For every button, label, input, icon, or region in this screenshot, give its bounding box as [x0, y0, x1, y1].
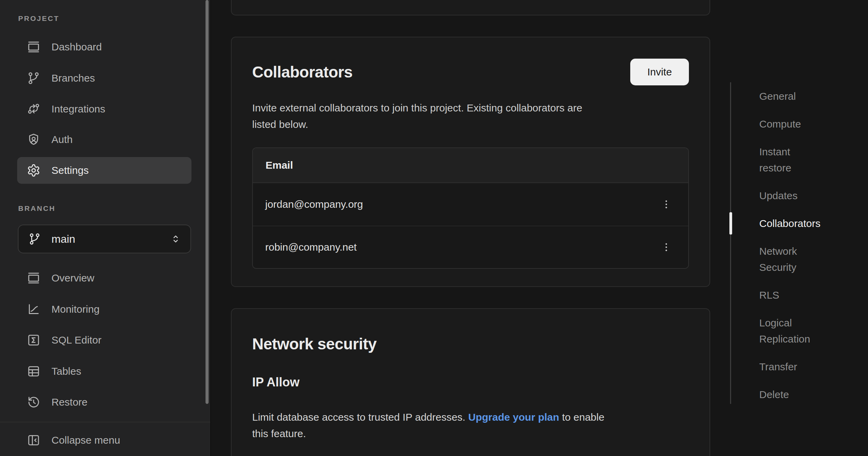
collapse-menu-button[interactable]: Collapse menu [17, 427, 191, 454]
settings-section-nav: General Compute Instant restore Updates … [730, 82, 857, 404]
sidebar-item-label: SQL Editor [51, 334, 102, 346]
branch-selector[interactable]: main [18, 225, 191, 253]
sidebar-item-restore[interactable]: Restore [17, 389, 191, 416]
collapse-panel-icon [27, 433, 40, 447]
collaborators-header: Collaborators Invite [252, 59, 689, 85]
kebab-menu-icon [661, 242, 672, 253]
settings-nav-compute[interactable]: Compute [759, 116, 857, 132]
sidebar-item-auth[interactable]: Auth [17, 126, 191, 153]
sidebar-item-overview[interactable]: Overview [17, 265, 191, 291]
network-security-title: Network security [252, 334, 689, 354]
sidebar-item-label: Tables [51, 365, 81, 377]
table-header-email: Email [253, 148, 688, 183]
sidebar-item-label: Branches [51, 72, 95, 84]
collaborators-card: Collaborators Invite Invite external col… [231, 37, 710, 287]
tables-icon [27, 364, 40, 378]
git-branch-icon [28, 232, 41, 245]
sidebar-item-tables[interactable]: Tables [17, 358, 191, 385]
branch-selector-value: main [51, 233, 160, 245]
branch-section-label: BRANCH [18, 204, 56, 213]
ip-allow-description: Limit database access to trusted IP addr… [252, 409, 689, 442]
settings-nav-delete[interactable]: Delete [759, 386, 857, 403]
network-security-card: Network security IP Allow Limit database… [231, 308, 710, 456]
row-menu-button[interactable] [657, 233, 676, 261]
settings-nav-logical-replication[interactable]: Logical Replication [759, 315, 857, 347]
settings-nav-transfer[interactable]: Transfer [759, 359, 857, 375]
sql-editor-icon [27, 333, 40, 347]
collaborator-email: robin@company.net [265, 241, 357, 253]
sidebar-item-label: Overview [51, 272, 94, 284]
invite-button[interactable]: Invite [630, 59, 689, 85]
previous-card-partial [231, 0, 710, 15]
auth-shield-icon [27, 133, 40, 146]
collapse-menu-label: Collapse menu [51, 434, 120, 446]
sidebar-divider [0, 422, 210, 422]
collaborators-table: Email jordan@company.org robin@company.n… [252, 147, 689, 269]
sidebar-item-label: Restore [51, 396, 87, 408]
git-branch-icon [27, 71, 40, 85]
settings-nav-general[interactable]: General [759, 88, 857, 104]
ip-allow-description-before: Limit database access to trusted IP addr… [252, 411, 468, 423]
sidebar-item-dashboard[interactable]: Dashboard [17, 34, 191, 60]
collaborators-description: Invite external collaborators to join th… [252, 100, 689, 133]
sidebar-item-label: Settings [51, 165, 89, 176]
window-icon [27, 271, 40, 285]
sidebar-item-sql-editor[interactable]: SQL Editor [17, 327, 191, 353]
collaborators-title: Collaborators [252, 62, 353, 82]
sidebar-item-integrations[interactable]: Integrations [17, 96, 191, 122]
settings-nav-updates[interactable]: Updates [759, 188, 857, 204]
chevrons-up-down-icon [171, 234, 181, 244]
settings-nav-instant-restore[interactable]: Instant restore [759, 144, 857, 176]
window-icon [27, 40, 40, 54]
ip-allow-subtitle: IP Allow [252, 374, 689, 391]
settings-nav-rls[interactable]: RLS [759, 287, 857, 303]
upgrade-plan-link[interactable]: Upgrade your plan [468, 411, 559, 423]
sidebar-item-label: Integrations [51, 103, 105, 115]
sidebar-item-label: Monitoring [51, 303, 99, 315]
integrations-icon [27, 102, 40, 116]
app-window: PROJECT Dashboard Branches Integrations … [0, 0, 868, 456]
settings-nav-network-security[interactable]: Network Security [759, 243, 857, 275]
project-section-label: PROJECT [18, 14, 59, 23]
sidebar-scrollbar[interactable] [206, 0, 209, 404]
gear-icon [27, 164, 40, 177]
row-menu-button[interactable] [657, 191, 676, 218]
chart-icon [27, 302, 40, 316]
sidebar-item-branches[interactable]: Branches [17, 65, 191, 92]
sidebar-item-settings[interactable]: Settings [17, 157, 191, 184]
settings-nav-collaborators[interactable]: Collaborators [759, 215, 857, 231]
table-row: jordan@company.org [253, 183, 688, 226]
sidebar: PROJECT Dashboard Branches Integrations … [0, 0, 211, 456]
settings-nav-list: General Compute Instant restore Updates … [730, 82, 857, 403]
sidebar-item-monitoring[interactable]: Monitoring [17, 296, 191, 323]
kebab-menu-icon [661, 199, 672, 210]
collaborator-email: jordan@company.org [265, 199, 363, 210]
sidebar-item-label: Auth [51, 134, 73, 145]
restore-icon [27, 395, 40, 409]
sidebar-item-label: Dashboard [51, 41, 102, 53]
table-row: robin@company.net [253, 226, 688, 268]
